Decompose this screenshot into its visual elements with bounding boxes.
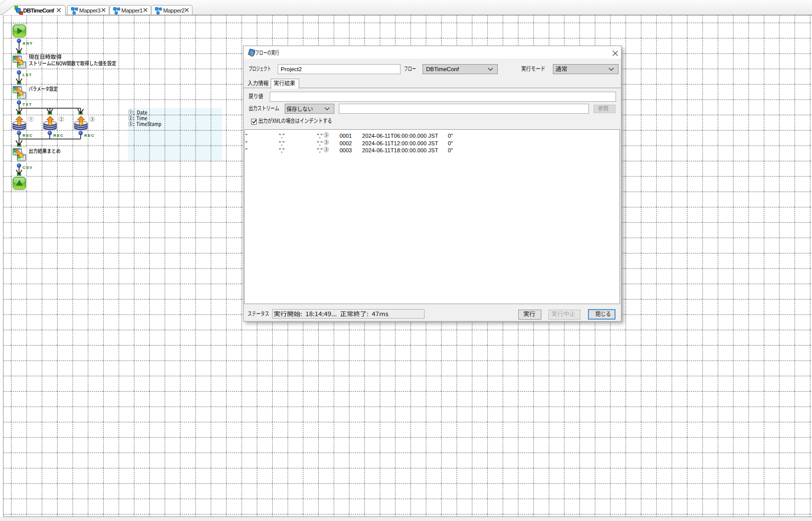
svg-text:DBTimeConf: DBTimeConf <box>23 8 54 14</box>
svg-text:REC: REC <box>54 133 64 138</box>
svg-text:CSV: CSV <box>23 165 33 170</box>
svg-text:ANY: ANY <box>23 41 33 46</box>
svg-text:REC: REC <box>23 133 33 138</box>
svg-text:Mapper3: Mapper3 <box>79 8 101 14</box>
svg-text:TXT: TXT <box>23 102 32 107</box>
svg-text:LST: LST <box>23 73 32 77</box>
svg-text:REC: REC <box>84 133 95 138</box>
svg-text:Mapper1: Mapper1 <box>121 8 143 14</box>
svg-text:Mapper2: Mapper2 <box>163 8 185 14</box>
